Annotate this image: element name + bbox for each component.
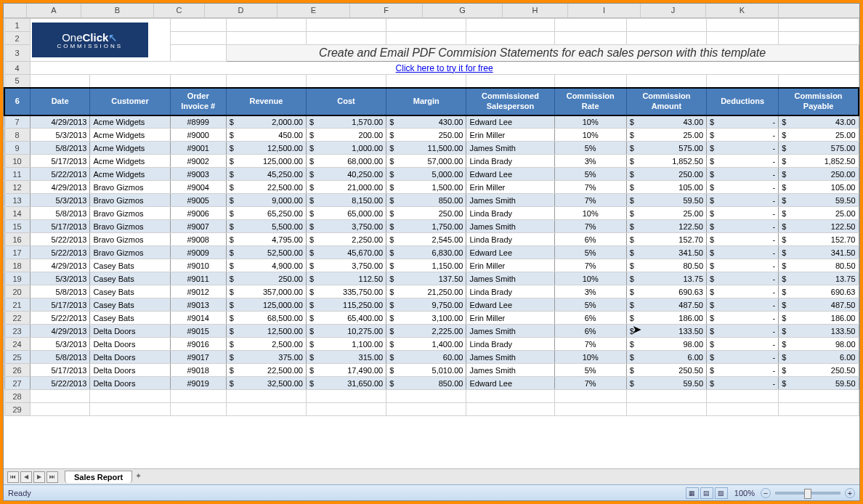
- cell-deductions[interactable]: -: [707, 168, 779, 181]
- cell-deductions[interactable]: -: [707, 220, 779, 233]
- col-header-A[interactable]: A: [27, 4, 81, 17]
- row-header[interactable]: 9: [4, 142, 30, 155]
- cell-invoice[interactable]: #9019: [170, 377, 226, 390]
- cell-invoice[interactable]: #9002: [170, 155, 226, 168]
- cell-revenue[interactable]: 22,500.00: [226, 364, 306, 377]
- cell-salesperson[interactable]: James Smith: [466, 142, 554, 155]
- cell-cost[interactable]: 21,000.00: [306, 181, 386, 194]
- tab-last-button[interactable]: ⏭: [46, 471, 58, 483]
- row-header[interactable]: 28: [4, 390, 30, 403]
- cell-margin[interactable]: 57,000.00: [386, 155, 466, 168]
- cell-customer[interactable]: Acme Widgets: [90, 115, 170, 129]
- cell-commission[interactable]: 80.50: [626, 259, 706, 272]
- cell-payable[interactable]: 341.50: [779, 246, 859, 259]
- cell-customer[interactable]: Casey Bats: [90, 312, 170, 325]
- cell-margin[interactable]: 1,750.00: [386, 220, 466, 233]
- cell-date[interactable]: 5/22/2013: [30, 377, 90, 390]
- cell[interactable]: [226, 403, 306, 416]
- row-header[interactable]: 3: [4, 45, 30, 62]
- cell-revenue[interactable]: 4,900.00: [226, 259, 306, 272]
- tab-next-button[interactable]: ▶: [33, 471, 45, 483]
- cell-margin[interactable]: 2,225.00: [386, 325, 466, 338]
- cell-invoice[interactable]: #9003: [170, 168, 226, 181]
- cell-invoice[interactable]: #9016: [170, 338, 226, 351]
- select-all-corner[interactable]: [4, 4, 27, 17]
- cell-margin[interactable]: 250.00: [386, 129, 466, 142]
- cell-invoice[interactable]: #9017: [170, 351, 226, 364]
- cell-payable[interactable]: 575.00: [779, 142, 859, 155]
- cell-rate[interactable]: 5%: [554, 298, 626, 312]
- cell-rate[interactable]: 7%: [554, 194, 626, 207]
- cell-customer[interactable]: Bravo Gizmos: [90, 181, 170, 194]
- cell-customer[interactable]: Bravo Gizmos: [90, 246, 170, 259]
- view-page-break-button[interactable]: ▧: [715, 487, 728, 499]
- cell-salesperson[interactable]: James Smith: [466, 351, 554, 364]
- table-header[interactable]: Date: [30, 88, 90, 115]
- cell[interactable]: [386, 75, 466, 88]
- cell-invoice[interactable]: #9015: [170, 325, 226, 338]
- cell[interactable]: [306, 19, 386, 32]
- cell-deductions[interactable]: -: [707, 115, 779, 129]
- cell-rate[interactable]: 6%: [554, 325, 626, 338]
- cell-payable[interactable]: 250.50: [779, 364, 859, 377]
- try-free-link[interactable]: Click here to try it for free: [30, 62, 859, 75]
- cell[interactable]: [554, 32, 626, 45]
- cell[interactable]: [626, 32, 706, 45]
- cell[interactable]: [170, 19, 226, 32]
- cell-cost[interactable]: 1,570.00: [306, 115, 386, 129]
- cell[interactable]: [170, 75, 226, 88]
- cell-customer[interactable]: Delta Doors: [90, 351, 170, 364]
- cell-revenue[interactable]: 125,000.00: [226, 155, 306, 168]
- cell[interactable]: [306, 403, 386, 416]
- cell[interactable]: [554, 75, 626, 88]
- cell-salesperson[interactable]: James Smith: [466, 325, 554, 338]
- cell-margin[interactable]: 137.50: [386, 272, 466, 285]
- cell-salesperson[interactable]: Edward Lee: [466, 115, 554, 129]
- cell-customer[interactable]: Delta Doors: [90, 338, 170, 351]
- col-header-D[interactable]: D: [205, 4, 277, 17]
- cell-deductions[interactable]: -: [707, 364, 779, 377]
- cell-margin[interactable]: 1,500.00: [386, 181, 466, 194]
- row-header[interactable]: 10: [4, 155, 30, 168]
- cell-rate[interactable]: 5%: [554, 142, 626, 155]
- cell-revenue[interactable]: 450.00: [226, 129, 306, 142]
- cell-cost[interactable]: 65,000.00: [306, 207, 386, 220]
- cell[interactable]: [386, 403, 466, 416]
- cell-invoice[interactable]: #9009: [170, 246, 226, 259]
- row-header[interactable]: 21: [4, 298, 30, 312]
- cell-commission[interactable]: 98.00: [626, 338, 706, 351]
- cell-invoice[interactable]: #8999: [170, 115, 226, 129]
- cell-commission[interactable]: 105.00: [626, 181, 706, 194]
- cell-salesperson[interactable]: James Smith: [466, 272, 554, 285]
- cell[interactable]: [626, 390, 706, 403]
- cell-date[interactable]: 5/3/2013: [30, 194, 90, 207]
- cell-deductions[interactable]: -: [707, 142, 779, 155]
- cell-payable[interactable]: 59.50: [779, 194, 859, 207]
- cell-salesperson[interactable]: James Smith: [466, 220, 554, 233]
- cell-payable[interactable]: 25.00: [779, 129, 859, 142]
- cell-date[interactable]: 5/8/2013: [30, 351, 90, 364]
- row-header[interactable]: 7: [4, 115, 30, 129]
- cell-commission[interactable]: 43.00: [626, 115, 706, 129]
- zoom-slider[interactable]: [775, 492, 840, 495]
- cell-revenue[interactable]: 2,000.00: [226, 115, 306, 129]
- cell-invoice[interactable]: #9001: [170, 142, 226, 155]
- cell-date[interactable]: 5/8/2013: [30, 207, 90, 220]
- cell-payable[interactable]: 690.63: [779, 285, 859, 298]
- cell-commission[interactable]: 59.50: [626, 377, 706, 390]
- cell-salesperson[interactable]: Linda Brady: [466, 233, 554, 246]
- cell-date[interactable]: 5/17/2013: [30, 364, 90, 377]
- cell-payable[interactable]: 1,852.50: [779, 155, 859, 168]
- cell[interactable]: [466, 32, 554, 45]
- cell-cost[interactable]: 68,000.00: [306, 155, 386, 168]
- zoom-in-button[interactable]: +: [845, 488, 855, 498]
- table-header[interactable]: CommissionRate: [554, 88, 626, 115]
- row-header[interactable]: 14: [4, 207, 30, 220]
- cell-salesperson[interactable]: Erin Miller: [466, 181, 554, 194]
- cell-invoice[interactable]: #9010: [170, 259, 226, 272]
- cell-margin[interactable]: 9,750.00: [386, 298, 466, 312]
- cell-payable[interactable]: 133.50: [779, 325, 859, 338]
- cell-revenue[interactable]: 4,795.00: [226, 233, 306, 246]
- cell-salesperson[interactable]: Erin Miller: [466, 259, 554, 272]
- cell-payable[interactable]: 122.50: [779, 220, 859, 233]
